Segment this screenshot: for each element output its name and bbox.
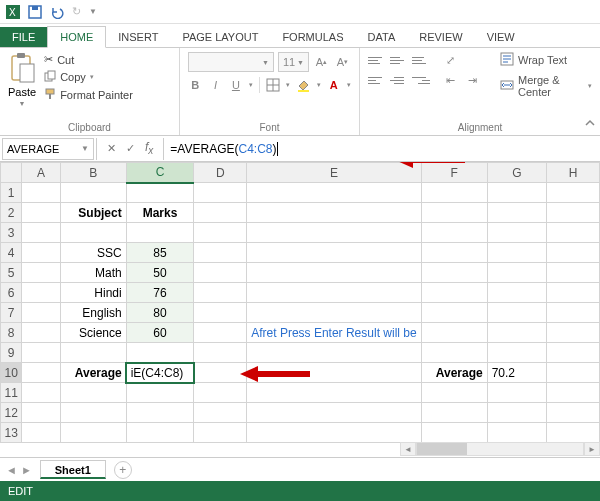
- italic-button[interactable]: I: [208, 76, 222, 94]
- cell-C6[interactable]: 76: [126, 283, 194, 303]
- cell-D4[interactable]: [194, 243, 247, 263]
- cell-E3[interactable]: [247, 223, 421, 243]
- bold-button[interactable]: B: [188, 76, 202, 94]
- cell-A7[interactable]: [22, 303, 60, 323]
- cell-H11[interactable]: [547, 383, 600, 403]
- cell-F12[interactable]: [421, 403, 487, 423]
- cell-H3[interactable]: [547, 223, 600, 243]
- cell-F1[interactable]: [421, 183, 487, 203]
- cell-C12[interactable]: [126, 403, 194, 423]
- cell-E13[interactable]: [247, 423, 421, 443]
- cell-F5[interactable]: [421, 263, 487, 283]
- cell-A5[interactable]: [22, 263, 60, 283]
- horizontal-scrollbar[interactable]: ◄ ►: [400, 437, 600, 461]
- cell-F7[interactable]: [421, 303, 487, 323]
- row-header-3[interactable]: 3: [1, 223, 22, 243]
- select-all-corner[interactable]: [1, 163, 22, 183]
- font-size-select[interactable]: 11▼: [278, 52, 309, 72]
- cell-A9[interactable]: [22, 343, 60, 363]
- enter-formula-icon[interactable]: ✓: [126, 142, 135, 155]
- row-header-13[interactable]: 13: [1, 423, 22, 443]
- cell-D8[interactable]: [194, 323, 247, 343]
- spreadsheet-grid[interactable]: ABCDEFGH12SubjectMarks34SSC855Math506Hin…: [0, 162, 600, 458]
- tab-view[interactable]: VIEW: [475, 27, 527, 47]
- sheet-nav-prev-icon[interactable]: ◄: [6, 464, 17, 476]
- cell-B13[interactable]: [60, 423, 126, 443]
- cell-C9[interactable]: [126, 343, 194, 363]
- collapse-ribbon-icon[interactable]: [584, 117, 596, 131]
- cell-E9[interactable]: [247, 343, 421, 363]
- cell-E5[interactable]: [247, 263, 421, 283]
- increase-font-icon[interactable]: A▴: [313, 53, 330, 71]
- sheet-tab-sheet1[interactable]: Sheet1: [40, 460, 106, 479]
- cell-C4[interactable]: 85: [126, 243, 194, 263]
- cell-D2[interactable]: [194, 203, 247, 223]
- align-top-button[interactable]: [368, 52, 386, 68]
- cell-A8[interactable]: [22, 323, 60, 343]
- row-header-10[interactable]: 10: [1, 363, 22, 383]
- cell-E12[interactable]: [247, 403, 421, 423]
- align-bottom-button[interactable]: [412, 52, 430, 68]
- cancel-formula-icon[interactable]: ✕: [107, 142, 116, 155]
- orientation-button[interactable]: ⤢: [446, 52, 464, 68]
- font-family-select[interactable]: ▼: [188, 52, 274, 72]
- sheet-nav-next-icon[interactable]: ►: [21, 464, 32, 476]
- row-header-8[interactable]: 8: [1, 323, 22, 343]
- cell-H5[interactable]: [547, 263, 600, 283]
- merge-center-button[interactable]: Merge & Center ▾: [500, 74, 592, 98]
- cell-C10[interactable]: iE(C4:C8): [126, 363, 194, 383]
- cell-G6[interactable]: [487, 283, 546, 303]
- col-header-F[interactable]: F: [421, 163, 487, 183]
- cell-C13[interactable]: [126, 423, 194, 443]
- cell-D9[interactable]: [194, 343, 247, 363]
- cell-C8[interactable]: 60: [126, 323, 194, 343]
- cell-E4[interactable]: [247, 243, 421, 263]
- tab-file[interactable]: FILE: [0, 27, 47, 47]
- cell-A13[interactable]: [22, 423, 60, 443]
- col-header-A[interactable]: A: [22, 163, 60, 183]
- underline-button[interactable]: U: [229, 76, 243, 94]
- col-header-D[interactable]: D: [194, 163, 247, 183]
- cell-D1[interactable]: [194, 183, 247, 203]
- cell-H10[interactable]: [547, 363, 600, 383]
- cell-C1[interactable]: [126, 183, 194, 203]
- cell-B5[interactable]: Math: [60, 263, 126, 283]
- cell-F3[interactable]: [421, 223, 487, 243]
- cell-H7[interactable]: [547, 303, 600, 323]
- cell-H4[interactable]: [547, 243, 600, 263]
- cell-C7[interactable]: 80: [126, 303, 194, 323]
- cell-D6[interactable]: [194, 283, 247, 303]
- decrease-font-icon[interactable]: A▾: [334, 53, 351, 71]
- row-header-1[interactable]: 1: [1, 183, 22, 203]
- format-painter-button[interactable]: Format Painter: [42, 87, 135, 103]
- cell-G8[interactable]: [487, 323, 546, 343]
- cell-C3[interactable]: [126, 223, 194, 243]
- tab-review[interactable]: REVIEW: [407, 27, 474, 47]
- insert-function-icon[interactable]: fx: [145, 140, 153, 156]
- redo-icon[interactable]: ↻: [72, 5, 81, 18]
- col-header-C[interactable]: C: [126, 163, 194, 183]
- row-header-9[interactable]: 9: [1, 343, 22, 363]
- cell-D10[interactable]: [194, 363, 247, 383]
- borders-button[interactable]: [266, 76, 280, 94]
- tab-insert[interactable]: INSERT: [106, 27, 170, 47]
- cell-D12[interactable]: [194, 403, 247, 423]
- cut-button[interactable]: ✂ Cut: [42, 52, 135, 67]
- cell-G7[interactable]: [487, 303, 546, 323]
- align-middle-button[interactable]: [390, 52, 408, 68]
- cell-A3[interactable]: [22, 223, 60, 243]
- align-right-button[interactable]: [412, 72, 430, 88]
- cell-A6[interactable]: [22, 283, 60, 303]
- cell-C11[interactable]: [126, 383, 194, 403]
- cell-B11[interactable]: [60, 383, 126, 403]
- cell-C2[interactable]: Marks: [126, 203, 194, 223]
- cell-A2[interactable]: [22, 203, 60, 223]
- align-left-button[interactable]: [368, 72, 386, 88]
- undo-icon[interactable]: [50, 5, 64, 19]
- cell-A11[interactable]: [22, 383, 60, 403]
- name-box[interactable]: AVERAGE ▼: [2, 138, 94, 160]
- namebox-dropdown-icon[interactable]: ▼: [81, 144, 89, 153]
- wrap-text-button[interactable]: Wrap Text: [500, 52, 592, 68]
- cell-E6[interactable]: [247, 283, 421, 303]
- cell-E7[interactable]: [247, 303, 421, 323]
